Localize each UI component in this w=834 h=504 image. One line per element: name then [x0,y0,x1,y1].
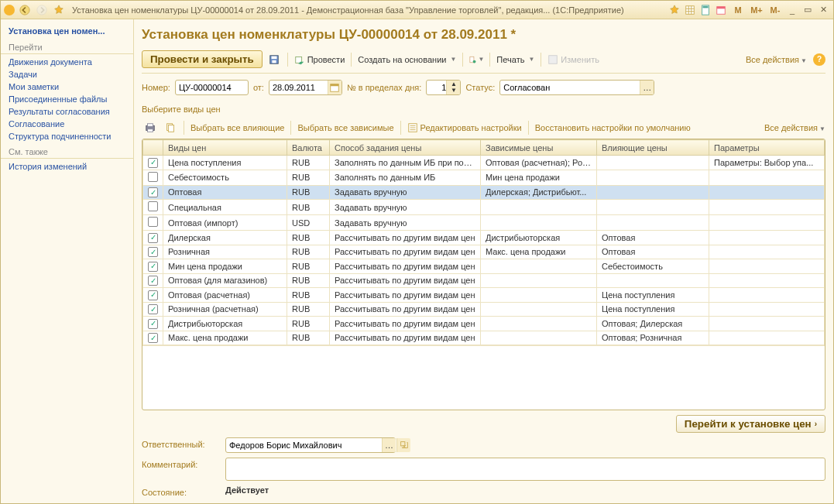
table-row[interactable]: Оптовая (импорт)USDЗадавать вручную [143,215,825,231]
sidebar-active-item[interactable]: Установка цен номен... [1,24,133,38]
table-row[interactable]: ДистрибьюторскаяRUBРассчитывать по други… [143,317,825,331]
print-small-icon[interactable] [142,120,159,135]
back-icon[interactable] [18,4,32,16]
table-row[interactable]: Оптовая (для магазинов)RUBРассчитывать п… [143,273,825,288]
sidebar-link[interactable]: Структура подчиненности [1,130,133,142]
cell [709,215,825,231]
cell: Задавать вручную [330,185,481,200]
calc-icon[interactable] [698,4,712,16]
row-checkbox[interactable] [148,276,158,286]
copy-icon[interactable] [162,120,179,135]
responsible-label: Ответственный: [142,437,219,449]
table-row[interactable]: РозничнаяRUBРассчитывать по другим видам… [143,245,825,259]
cell: Оптовая [597,245,709,259]
save-icon[interactable] [266,52,283,67]
fav-icon[interactable] [668,4,681,16]
help-icon[interactable]: ? [813,53,825,66]
cell [481,317,597,331]
main-content: Установка цен номенклатуры ЦУ-00000014 о… [134,19,833,503]
section-hint: Выберите виды цен [142,101,825,117]
table-row[interactable]: ОптоваяRUBЗадавать вручнуюДилерская; Дис… [143,185,825,200]
row-checkbox[interactable] [148,201,158,211]
sidebar-link[interactable]: Мои заметки [1,81,133,93]
table-row[interactable]: СпециальнаяRUBЗадавать вручную [143,200,825,215]
column-header[interactable] [143,140,163,156]
cell [597,200,709,215]
cell [481,288,597,303]
forward-icon[interactable] [35,4,49,16]
comment-field[interactable] [225,458,825,481]
cell [709,245,825,259]
cell: Заполнять по данным ИБ при пост... [330,156,481,170]
table-row[interactable]: Макс. цена продажиRUBРассчитывать по дру… [143,331,825,345]
table-row[interactable]: ДилерскаяRUBРассчитывать по другим видам… [143,231,825,245]
responsible-open-icon[interactable] [396,438,410,452]
row-checkbox[interactable] [148,172,158,182]
row-checkbox[interactable] [148,247,158,257]
all-actions-main[interactable]: Все действия▼ [746,55,807,64]
maximize-icon[interactable]: ▭ [801,4,815,16]
date-picker-icon[interactable] [328,81,341,94]
sidebar-link[interactable]: Движения документа [1,56,133,68]
cell: Розничная [163,245,287,259]
create-on-base-button[interactable]: Создать на основании▼ [356,53,458,66]
print-button[interactable]: Печать▼ [495,53,536,66]
post-button[interactable]: Провести [293,53,347,67]
m-plus-button[interactable]: M+ [748,4,765,16]
responsible-field[interactable] [225,437,396,453]
report-icon[interactable]: ▼ [468,52,485,67]
responsible-select-icon[interactable]: … [382,438,396,452]
number-field[interactable] [175,80,249,95]
table-row[interactable]: Цена поступленияRUBЗаполнять по данным И… [143,156,825,170]
sidebar-link[interactable]: История изменений [1,160,133,173]
column-header[interactable]: Влияющие цены [597,140,709,156]
row-checkbox[interactable] [148,262,158,272]
column-header[interactable]: Зависимые цены [481,140,597,156]
grid-icon[interactable] [683,4,697,16]
sidebar-link[interactable]: Согласование [1,118,133,130]
column-header[interactable]: Способ задания цены [330,140,481,156]
cell [597,273,709,288]
minimize-icon[interactable]: _ [785,4,799,16]
table-row[interactable]: Мин цена продажиRUBРассчитывать по други… [143,259,825,274]
edit-settings-link[interactable]: Редактировать настройки [406,121,523,135]
m-minus-button[interactable]: M- [767,4,784,16]
form-header-row: Номер: от: № в пределах дня: ▲▼ Статус: [142,74,825,101]
change-button: Изменить [546,53,601,67]
sidebar-link[interactable]: Задачи [1,68,133,81]
sidebar-link[interactable]: Присоединенные файлы [1,93,133,105]
restore-defaults-link[interactable]: Восстановить настройки по умолчанию [534,122,692,134]
row-checkbox[interactable] [148,217,158,227]
row-checkbox[interactable] [148,333,158,343]
go-to-pricing-button[interactable]: Перейти к установке цен› [676,415,825,433]
table-row[interactable]: Оптовая (расчетная)RUBРассчитывать по др… [143,288,825,303]
sidebar: Установка цен номен... Перейти Движения … [1,19,134,503]
select-dependent-link[interactable]: Выбрать все зависимые [296,122,395,134]
column-header[interactable]: Виды цен [163,140,287,156]
select-influencing-link[interactable]: Выбрать все влияющие [189,122,286,134]
star-icon[interactable] [52,4,66,16]
row-checkbox[interactable] [148,233,158,243]
sidebar-link[interactable]: Результаты согласования [1,105,133,118]
row-checkbox[interactable] [148,304,158,314]
cell [481,200,597,215]
row-checkbox[interactable] [148,158,158,168]
close-icon[interactable]: ✕ [816,4,830,16]
row-checkbox[interactable] [148,290,158,300]
column-header[interactable]: Валюта [287,140,330,156]
all-actions-sub[interactable]: Все действия▼ [764,123,825,132]
cell [709,331,825,345]
cell: Розничная (расчетная) [163,302,287,317]
post-and-close-button[interactable]: Провести и закрыть [142,50,263,68]
status-select-icon[interactable]: … [640,81,654,94]
column-header[interactable]: Параметры [709,140,825,156]
row-checkbox[interactable] [148,319,158,329]
from-label: от: [253,83,264,92]
calendar-icon[interactable] [714,4,728,16]
status-field[interactable] [499,80,654,95]
row-checkbox[interactable] [148,187,158,197]
num-stepper-icon[interactable]: ▲▼ [446,81,460,94]
m-button[interactable]: M [729,4,746,16]
table-row[interactable]: Розничная (расчетная)RUBРассчитывать по … [143,302,825,317]
table-row[interactable]: СебестоимостьRUBЗаполнять по данным ИБМи… [143,170,825,185]
